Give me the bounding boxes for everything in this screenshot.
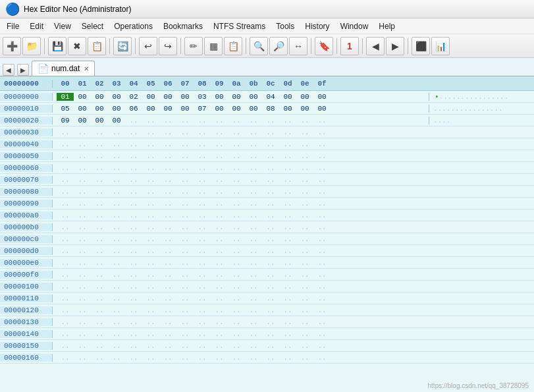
- hex-cell[interactable]: ..: [74, 128, 91, 136]
- hex-cell[interactable]: ..: [74, 354, 91, 362]
- hex-cell[interactable]: ..: [108, 211, 125, 219]
- hex-cell[interactable]: ..: [296, 235, 313, 243]
- hex-cell[interactable]: ..: [176, 117, 194, 125]
- hex-cell[interactable]: ..: [296, 283, 313, 291]
- hex-cell[interactable]: ..: [245, 211, 262, 219]
- hex-cell[interactable]: ..: [211, 247, 228, 255]
- table-row[interactable]: 00000090................................: [0, 198, 534, 210]
- hex-cell[interactable]: ..: [194, 283, 211, 291]
- hex-cell[interactable]: ..: [57, 188, 74, 196]
- bookmark-button[interactable]: 🔖: [315, 37, 333, 55]
- hex-cell[interactable]: ..: [108, 176, 125, 184]
- hex-cell[interactable]: ..: [194, 306, 211, 314]
- hex-cell[interactable]: ..: [159, 200, 176, 208]
- hex-cell[interactable]: 01: [57, 93, 74, 101]
- hex-cell[interactable]: 00: [279, 93, 296, 101]
- hex-cell[interactable]: ..: [194, 188, 211, 196]
- hex-cell[interactable]: 00: [91, 93, 108, 101]
- find-button[interactable]: 🔍: [250, 37, 268, 55]
- hex-cell[interactable]: ..: [313, 176, 331, 184]
- fill-button[interactable]: ▦: [204, 37, 223, 55]
- hex-cell[interactable]: ..: [74, 318, 91, 326]
- hex-cell[interactable]: ..: [142, 259, 159, 267]
- hex-cell[interactable]: 00: [245, 105, 262, 113]
- hex-cell[interactable]: ..: [125, 354, 142, 362]
- close-file-button[interactable]: ✖: [68, 37, 86, 55]
- hex-cell[interactable]: ..: [142, 188, 159, 196]
- table-row[interactable]: 00000050................................: [0, 150, 534, 162]
- table-row[interactable]: 00000100................................: [0, 281, 534, 293]
- hex-cell[interactable]: ..: [57, 330, 74, 338]
- hex-cell[interactable]: ..: [142, 164, 159, 172]
- hex-cell[interactable]: ..: [296, 330, 313, 338]
- hex-cell[interactable]: ..: [57, 283, 74, 291]
- hex-cell[interactable]: ..: [176, 271, 194, 279]
- hex-cell[interactable]: ..: [279, 247, 296, 255]
- hex-cell[interactable]: 00: [245, 93, 262, 101]
- hex-cell[interactable]: ..: [313, 152, 331, 160]
- hex-cell[interactable]: ..: [74, 294, 91, 302]
- hex-cell[interactable]: ..: [245, 235, 262, 243]
- tab-close-button[interactable]: ✕: [84, 65, 89, 72]
- menu-item-tools[interactable]: Tools: [271, 18, 300, 34]
- hex-cell[interactable]: ..: [194, 211, 211, 219]
- hex-cell[interactable]: ..: [142, 354, 159, 362]
- hex-cell[interactable]: ..: [313, 330, 331, 338]
- hex-cell[interactable]: ..: [194, 223, 211, 231]
- hex-cell[interactable]: ..: [194, 128, 211, 136]
- hex-cell[interactable]: 04: [262, 93, 279, 101]
- hex-cell[interactable]: ..: [159, 152, 176, 160]
- hex-cell[interactable]: ..: [125, 318, 142, 326]
- hex-cell[interactable]: 08: [262, 105, 279, 113]
- hex-cell[interactable]: ..: [142, 247, 159, 255]
- hex-cell[interactable]: ..: [125, 211, 142, 219]
- hex-cell[interactable]: ..: [125, 330, 142, 338]
- hex-cell[interactable]: ..: [228, 259, 245, 267]
- hex-cell[interactable]: ..: [194, 200, 211, 208]
- hex-cell[interactable]: ..: [228, 354, 245, 362]
- hex-cell[interactable]: ..: [74, 259, 91, 267]
- hex-cell[interactable]: 00: [159, 93, 176, 101]
- table-row[interactable]: 00000040................................: [0, 138, 534, 150]
- menu-item-bookmarks[interactable]: Bookmarks: [158, 18, 208, 34]
- hex-cell[interactable]: ..: [211, 117, 228, 125]
- hex-cell[interactable]: ..: [159, 211, 176, 219]
- hex-cell[interactable]: ..: [176, 176, 194, 184]
- hex-cell[interactable]: ..: [245, 271, 262, 279]
- hex-cell[interactable]: ..: [91, 354, 108, 362]
- hex-cell[interactable]: ..: [296, 294, 313, 302]
- menu-item-file[interactable]: File: [1, 18, 24, 34]
- hex-cell[interactable]: ..: [228, 140, 245, 148]
- hex-cell[interactable]: ..: [142, 342, 159, 350]
- hex-cell[interactable]: ..: [296, 223, 313, 231]
- hex-cell[interactable]: ..: [125, 342, 142, 350]
- hex-cell[interactable]: ..: [245, 188, 262, 196]
- hex-cell[interactable]: ..: [296, 152, 313, 160]
- hex-cell[interactable]: ..: [74, 200, 91, 208]
- hex-cell[interactable]: ..: [296, 200, 313, 208]
- hex-cell[interactable]: ..: [279, 176, 296, 184]
- hex-cell[interactable]: ..: [262, 247, 279, 255]
- hex-cell[interactable]: ..: [57, 176, 74, 184]
- hex-cell[interactable]: ..: [245, 152, 262, 160]
- hex-cell[interactable]: ..: [262, 211, 279, 219]
- hex-cell[interactable]: ..: [211, 211, 228, 219]
- hex-cell[interactable]: ..: [91, 283, 108, 291]
- hex-cell[interactable]: 00: [142, 105, 159, 113]
- hex-cell[interactable]: ..: [159, 330, 176, 338]
- hex-cell[interactable]: ..: [262, 140, 279, 148]
- hex-cell[interactable]: ..: [159, 271, 176, 279]
- hex-cell[interactable]: ..: [313, 200, 331, 208]
- hex-cell[interactable]: ..: [125, 188, 142, 196]
- hex-cell[interactable]: ..: [211, 294, 228, 302]
- hex-cell[interactable]: ..: [176, 330, 194, 338]
- hex-cell[interactable]: ..: [194, 117, 211, 125]
- hex-cell[interactable]: 00: [108, 93, 125, 101]
- hex-cell[interactable]: ..: [194, 342, 211, 350]
- hex-cell[interactable]: ..: [108, 140, 125, 148]
- hex-cell[interactable]: ..: [91, 294, 108, 302]
- hex-cell[interactable]: ..: [194, 140, 211, 148]
- hex-cell[interactable]: ..: [57, 318, 74, 326]
- hex-cell[interactable]: ..: [245, 128, 262, 136]
- hex-cell[interactable]: ..: [211, 164, 228, 172]
